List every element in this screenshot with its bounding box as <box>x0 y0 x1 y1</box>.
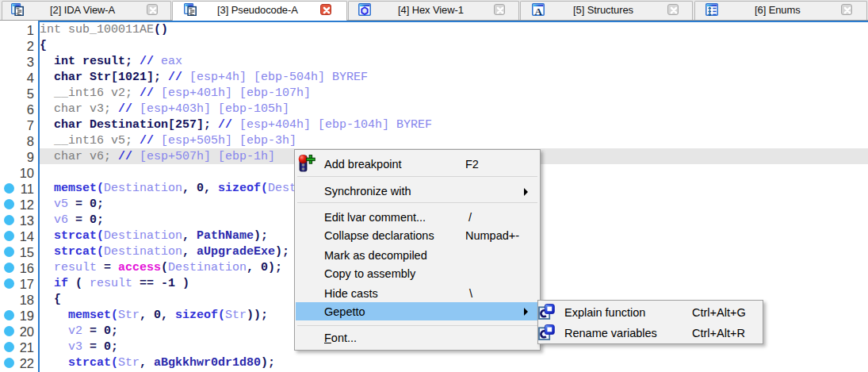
svg-text:A: A <box>535 6 543 16</box>
